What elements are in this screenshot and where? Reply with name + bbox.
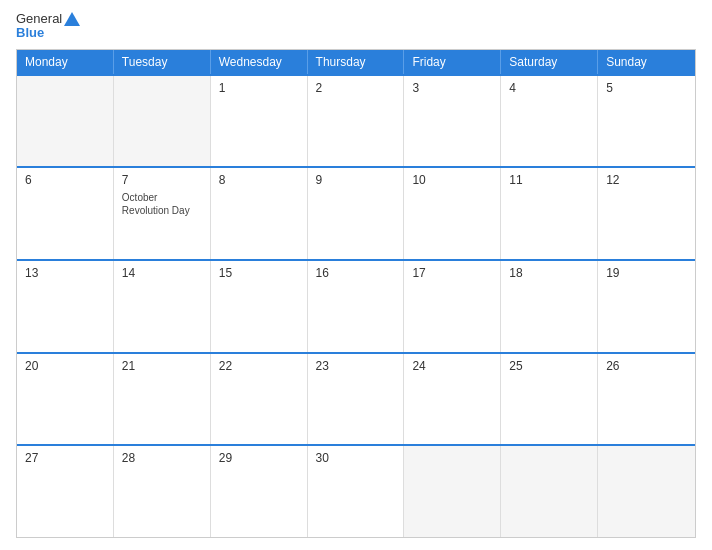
week-row-1: 67October Revolution Day89101112 xyxy=(17,166,695,259)
day-cell: 30 xyxy=(308,446,405,537)
logo-general: General xyxy=(16,12,62,26)
day-number: 30 xyxy=(316,451,396,465)
day-number: 21 xyxy=(122,359,202,373)
day-number: 25 xyxy=(509,359,589,373)
logo-blue: Blue xyxy=(16,26,80,40)
header: General Blue xyxy=(16,12,696,41)
day-number: 4 xyxy=(509,81,589,95)
day-cell: 4 xyxy=(501,76,598,167)
calendar-container: General Blue MondayTuesdayWednesdayThurs… xyxy=(0,0,712,550)
day-cell: 28 xyxy=(114,446,211,537)
day-number: 15 xyxy=(219,266,299,280)
logo: General Blue xyxy=(16,12,80,41)
day-cell: 20 xyxy=(17,354,114,445)
day-number: 13 xyxy=(25,266,105,280)
day-cell: 6 xyxy=(17,168,114,259)
day-number: 5 xyxy=(606,81,687,95)
day-number: 28 xyxy=(122,451,202,465)
day-number: 1 xyxy=(219,81,299,95)
day-cell xyxy=(598,446,695,537)
day-number: 19 xyxy=(606,266,687,280)
day-cell: 26 xyxy=(598,354,695,445)
day-cell: 14 xyxy=(114,261,211,352)
day-number: 8 xyxy=(219,173,299,187)
day-cell: 21 xyxy=(114,354,211,445)
logo-triangle-icon xyxy=(64,12,80,26)
day-cell: 25 xyxy=(501,354,598,445)
day-cell: 23 xyxy=(308,354,405,445)
day-number: 9 xyxy=(316,173,396,187)
day-cell xyxy=(404,446,501,537)
day-number: 10 xyxy=(412,173,492,187)
day-number: 18 xyxy=(509,266,589,280)
day-cell: 5 xyxy=(598,76,695,167)
calendar-grid: MondayTuesdayWednesdayThursdayFridaySatu… xyxy=(16,49,696,538)
day-cell: 29 xyxy=(211,446,308,537)
day-headers-row: MondayTuesdayWednesdayThursdayFridaySatu… xyxy=(17,50,695,74)
day-cell: 16 xyxy=(308,261,405,352)
day-cell: 8 xyxy=(211,168,308,259)
day-number: 29 xyxy=(219,451,299,465)
day-number: 24 xyxy=(412,359,492,373)
week-row-2: 13141516171819 xyxy=(17,259,695,352)
day-number: 16 xyxy=(316,266,396,280)
day-number: 2 xyxy=(316,81,396,95)
day-cell: 2 xyxy=(308,76,405,167)
day-number: 12 xyxy=(606,173,687,187)
day-number: 17 xyxy=(412,266,492,280)
day-cell: 15 xyxy=(211,261,308,352)
day-cell: 12 xyxy=(598,168,695,259)
day-cell: 11 xyxy=(501,168,598,259)
day-cell: 27 xyxy=(17,446,114,537)
day-cell xyxy=(17,76,114,167)
day-header-monday: Monday xyxy=(17,50,114,74)
week-row-0: 12345 xyxy=(17,74,695,167)
day-number: 7 xyxy=(122,173,202,187)
week-row-3: 20212223242526 xyxy=(17,352,695,445)
day-cell: 17 xyxy=(404,261,501,352)
week-row-4: 27282930 xyxy=(17,444,695,537)
day-number: 6 xyxy=(25,173,105,187)
day-header-wednesday: Wednesday xyxy=(211,50,308,74)
day-number: 14 xyxy=(122,266,202,280)
day-number: 26 xyxy=(606,359,687,373)
day-cell: 10 xyxy=(404,168,501,259)
day-number: 3 xyxy=(412,81,492,95)
day-cell: 13 xyxy=(17,261,114,352)
day-cell: 24 xyxy=(404,354,501,445)
day-cell: 19 xyxy=(598,261,695,352)
day-number: 22 xyxy=(219,359,299,373)
day-cell xyxy=(501,446,598,537)
day-cell: 18 xyxy=(501,261,598,352)
day-cell: 1 xyxy=(211,76,308,167)
day-cell: 9 xyxy=(308,168,405,259)
day-header-sunday: Sunday xyxy=(598,50,695,74)
day-number: 20 xyxy=(25,359,105,373)
weeks-container: 1234567October Revolution Day89101112131… xyxy=(17,74,695,537)
day-header-thursday: Thursday xyxy=(308,50,405,74)
day-cell: 7October Revolution Day xyxy=(114,168,211,259)
day-cell xyxy=(114,76,211,167)
day-number: 11 xyxy=(509,173,589,187)
day-number: 23 xyxy=(316,359,396,373)
day-cell: 3 xyxy=(404,76,501,167)
day-header-tuesday: Tuesday xyxy=(114,50,211,74)
holiday-label: October Revolution Day xyxy=(122,191,202,217)
day-header-saturday: Saturday xyxy=(501,50,598,74)
day-cell: 22 xyxy=(211,354,308,445)
day-number: 27 xyxy=(25,451,105,465)
svg-marker-0 xyxy=(64,12,80,26)
day-header-friday: Friday xyxy=(404,50,501,74)
